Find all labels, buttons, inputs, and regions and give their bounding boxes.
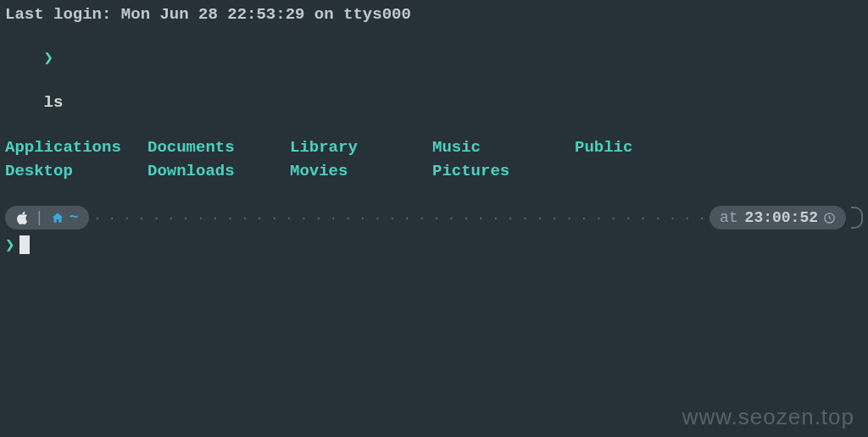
command-text: ls [44, 93, 64, 112]
list-item: Movies [290, 159, 432, 183]
last-login-line: Last login: Mon Jun 28 22:53:29 on ttys0… [5, 3, 863, 25]
status-right-segment: at 23:00:52 [709, 206, 846, 230]
at-label: at [720, 209, 738, 226]
ls-output: Applications Documents Library Music Pub… [5, 136, 863, 183]
command-line-2[interactable]: ❯ [5, 234, 863, 256]
prompt-symbol: ❯ [44, 49, 53, 68]
status-left-segment: | ~ [5, 206, 89, 230]
list-item: Pictures [432, 159, 575, 183]
list-item: Downloads [147, 159, 290, 183]
list-item: Desktop [5, 159, 147, 183]
powerline-status: | ~ ····································… [5, 205, 863, 230]
home-icon [51, 209, 64, 226]
list-item: Music [432, 136, 575, 159]
separator: | [35, 209, 44, 226]
time-text: 23:00:52 [745, 209, 818, 226]
filler-dots: ········································… [94, 210, 704, 225]
prompt-symbol: ❯ [5, 235, 14, 255]
command-line-1: ❯ ls [5, 25, 863, 136]
apple-icon [15, 210, 28, 226]
segment-end-cap [851, 207, 863, 229]
list-item: Applications [5, 136, 147, 159]
terminal-view[interactable]: Last login: Mon Jun 28 22:53:29 on ttys0… [0, 0, 868, 259]
list-item: Library [290, 136, 432, 159]
clock-icon [823, 209, 836, 226]
cursor [19, 235, 30, 254]
list-item: Public [575, 136, 717, 159]
watermark-text: www.seozen.top [682, 404, 854, 430]
list-item: Documents [147, 136, 290, 159]
path-text: ~ [70, 209, 79, 226]
